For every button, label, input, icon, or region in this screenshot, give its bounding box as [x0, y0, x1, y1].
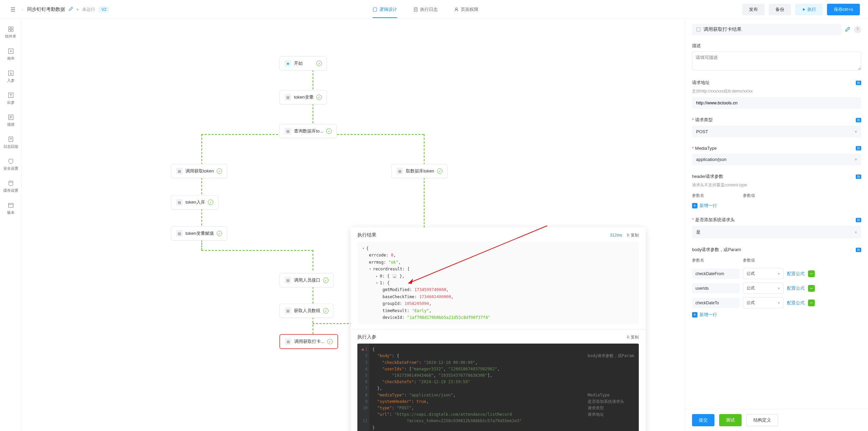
sidebar-input-params[interactable]: 入参	[6, 68, 16, 84]
add-body-row[interactable]: +新增一行	[692, 312, 861, 318]
body-param-row: userIds 公式▾ 配置公式 −	[692, 283, 861, 294]
tab-logic[interactable]: 逻辑设计	[373, 1, 397, 18]
svg-rect-6	[11, 29, 13, 32]
config-formula-link[interactable]: 配置公式	[787, 300, 805, 306]
copy-input-button[interactable]: ⎘ 复制	[627, 334, 639, 340]
node-call-punch[interactable]: ▦调用获取打卡...✓	[279, 334, 338, 349]
flow-canvas[interactable]: ◈开始✓ ▦token变量✓ ▦查询数据库to...✓ ▦调用获取token✓ …	[22, 19, 685, 431]
delete-param-button[interactable]: −	[808, 270, 815, 277]
node-start[interactable]: ◈开始✓	[279, 56, 327, 70]
save-button[interactable]: 保存ctrl+s	[827, 4, 860, 15]
config-formula-link[interactable]: 配置公式	[787, 271, 805, 277]
config-formula-link[interactable]: 配置公式	[787, 285, 805, 291]
fx-badge[interactable]: fx	[856, 81, 861, 85]
add-header-row[interactable]: +新增一行	[692, 203, 861, 209]
header-actions: 发布 备份 执行 保存ctrl+s	[742, 4, 860, 15]
sidebar-canvas[interactable]: 画布	[6, 46, 16, 62]
copy-result-button[interactable]: ⎘ 复制	[627, 232, 639, 238]
svg-point-8	[10, 50, 12, 52]
sidebar-output-params[interactable]: 出参	[6, 90, 16, 106]
svg-rect-4	[11, 27, 13, 29]
input-title: 执行入参	[357, 334, 376, 340]
sidebar-version[interactable]: 版本	[6, 201, 16, 217]
sysheader-select[interactable]: 是▾	[692, 226, 861, 239]
header-left: › 同步钉钉考勤数据 未运行 V2	[8, 5, 109, 14]
sidebar-components[interactable]: 组件库	[4, 24, 18, 40]
result-panel: 执行结果 312ms ⎘ 复制 ▾{ errcode: 0, errmsg: "…	[351, 227, 646, 431]
node-token-assign[interactable]: ▦token变量赋值✓	[171, 226, 227, 241]
param-formula-select[interactable]: 公式▾	[743, 268, 784, 279]
mediatype-label: MediaType	[695, 146, 717, 151]
left-sidebar: 组件库 画布 入参 出参 描述 日志回放 安全设置 缓存设置 版本	[0, 19, 22, 431]
sidebar-log-replay[interactable]: 日志回放	[2, 135, 20, 150]
param-name[interactable]: userIds	[692, 283, 739, 293]
node-token-var[interactable]: ▦token变量✓	[279, 90, 327, 104]
tab-permission[interactable]: 页面权限	[454, 1, 478, 18]
result-json-tree[interactable]: ▾{ errcode: 0, errmsg: "ok", ▾recordresu…	[357, 242, 639, 324]
input-code[interactable]: 1234567891011 body请求参数，或ParamMediaType是否…	[357, 344, 639, 431]
edit-title-icon[interactable]	[68, 6, 73, 12]
status-text: 未运行	[82, 6, 95, 13]
node-call-token[interactable]: ▦调用获取token✓	[171, 164, 227, 178]
param-formula-select[interactable]: 公式▾	[743, 283, 784, 294]
publish-button[interactable]: 发布	[742, 4, 765, 15]
desc-label: 描述	[692, 43, 701, 49]
submit-button[interactable]: 提交	[692, 414, 714, 426]
breadcrumb-separator: ›	[22, 7, 23, 12]
check-icon: ✓	[326, 128, 332, 134]
check-icon: ✓	[217, 231, 222, 236]
url-hint: 支持http://xxx/xxx或lb:demo/xx/xx	[692, 88, 861, 94]
request-type-select[interactable]: POST▾	[692, 126, 861, 138]
check-icon: ✓	[437, 168, 442, 174]
svg-point-2	[456, 7, 457, 9]
node-db-token[interactable]: ▦取数据库token✓	[391, 164, 448, 178]
fx-badge[interactable]: fx	[856, 118, 861, 122]
fx-badge[interactable]: fx	[856, 175, 861, 179]
sidebar-security[interactable]: 安全设置	[2, 157, 20, 172]
check-icon: ✓	[316, 61, 322, 66]
body-params-label: body请求参数，或Param	[692, 247, 741, 253]
description-textarea[interactable]	[692, 52, 861, 70]
node-call-person[interactable]: ▦调用人员接口✓	[279, 273, 334, 287]
properties-footer: 提交 测试 结构定义	[685, 409, 868, 431]
node-icon: ▦	[284, 94, 291, 101]
execute-button[interactable]: 执行	[795, 4, 823, 15]
sidebar-cache[interactable]: 缓存设置	[2, 179, 20, 194]
fx-badge[interactable]: fx	[856, 248, 861, 252]
page-title: 同步钉钉考勤数据	[27, 6, 65, 13]
node-icon: ▦	[396, 168, 403, 175]
test-button[interactable]: 测试	[719, 414, 742, 426]
svg-rect-3	[8, 27, 11, 29]
fx-badge[interactable]: fx	[856, 146, 861, 150]
delete-param-button[interactable]: −	[808, 285, 815, 292]
main-content: 组件库 画布 入参 出参 描述 日志回放 安全设置 缓存设置 版本 ◈开始✓ ▦…	[0, 19, 868, 431]
edit-node-title-icon[interactable]	[845, 26, 850, 33]
node-query-db[interactable]: ▦查询数据库to...✓	[279, 124, 337, 138]
svg-point-13	[9, 181, 13, 182]
delete-param-button[interactable]: −	[808, 300, 815, 306]
node-icon: ▦	[176, 199, 183, 206]
node-token-store[interactable]: ▦token入库✓	[171, 195, 218, 209]
sidebar-description[interactable]: 描述	[6, 112, 16, 128]
param-formula-select[interactable]: 公式▾	[743, 297, 784, 308]
param-name[interactable]: checkDateTo	[692, 298, 739, 308]
menu-icon[interactable]	[8, 5, 18, 14]
fx-badge[interactable]: fx	[856, 218, 861, 222]
url-input[interactable]	[692, 97, 861, 109]
header-hint: 请求头不支持覆盖content-type	[692, 182, 861, 188]
properties-panel: 调用获取打卡结果 ? 描述 请求地址fx 支持http://xxx/xxx或lb…	[685, 19, 868, 431]
start-icon: ◈	[284, 60, 291, 67]
node-icon: ▦	[285, 338, 292, 345]
param-name[interactable]: checkDateFrom	[692, 269, 739, 279]
tab-log[interactable]: 执行日志	[413, 1, 438, 18]
check-icon: ✓	[323, 278, 329, 283]
struct-def-button[interactable]: 结构定义	[746, 414, 778, 426]
node-get-person-group[interactable]: ▦获取人员数组✓	[279, 304, 334, 318]
version-badge[interactable]: V2	[99, 6, 109, 13]
mediatype-select[interactable]: application/json▾	[692, 153, 861, 165]
svg-rect-0	[373, 7, 377, 11]
backup-button[interactable]: 备份	[769, 4, 791, 15]
node-icon: ▦	[284, 277, 291, 284]
help-icon[interactable]: ?	[854, 26, 861, 33]
svg-rect-17	[697, 28, 701, 32]
